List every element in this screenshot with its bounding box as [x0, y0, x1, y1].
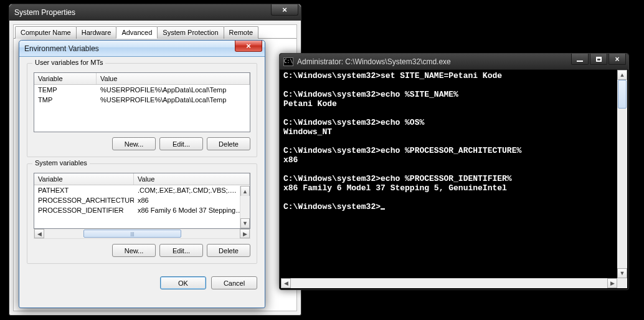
system-properties-close-button[interactable]: ×	[271, 4, 298, 16]
cmd-window: C:\ Administrator: C:\Windows\System32\c…	[279, 53, 629, 290]
user-variables-list[interactable]: Variable Value TEMP %USERPROFILE%\AppDat…	[34, 72, 250, 132]
list-row[interactable]: PROCESSOR_IDENTIFIER x86 Family 6 Model …	[34, 205, 250, 215]
window-controls: ×	[570, 54, 626, 65]
list-row[interactable]: TEMP %USERPROFILE%\AppData\Local\Temp	[34, 85, 250, 95]
close-icon: ×	[282, 5, 287, 14]
hscroll-track[interactable]	[291, 278, 607, 288]
button-label: Edit...	[173, 247, 190, 255]
system-delete-button[interactable]: Delete	[207, 244, 250, 257]
tab-computer-name[interactable]: Computer Name	[15, 26, 77, 39]
cell-val: x86 Family 6 Model 37 Stepping…	[134, 205, 250, 215]
scroll-corner	[617, 278, 627, 288]
system-list-hscroll[interactable]: ◀ ||| ▶	[34, 229, 250, 239]
cmd-text-area[interactable]: C:\Windows\system32>set SITE_NAME=Petani…	[281, 70, 617, 278]
maximize-icon	[596, 57, 602, 62]
tab-label: Hardware	[82, 29, 111, 36]
scroll-right-icon[interactable]: ▶	[240, 229, 250, 238]
system-variables-legend: System variables	[32, 159, 90, 167]
environment-variables-dialog: Environment Variables × User variables f…	[19, 40, 265, 308]
col-value[interactable]: Value	[97, 73, 250, 84]
cmd-icon-text: C:\	[284, 59, 293, 64]
scroll-grip-icon: |||	[130, 231, 134, 236]
col-variable[interactable]: Variable	[34, 73, 97, 84]
scroll-left-icon[interactable]: ◀	[34, 229, 44, 238]
minimize-button[interactable]	[571, 54, 589, 65]
env-body: User variables for MTs Variable Value TE…	[19, 57, 265, 276]
system-properties-tabs: Computer Name Hardware Advanced System P…	[14, 25, 296, 39]
cmd-client-area: C:\Windows\system32>set SITE_NAME=Petani…	[281, 70, 627, 288]
scroll-up-icon[interactable]: ▲	[240, 186, 250, 196]
button-label: Cancel	[224, 279, 245, 287]
scroll-left-icon[interactable]: ◀	[281, 278, 291, 288]
cell-var: PROCESSOR_IDENTIFIER	[34, 205, 134, 215]
user-new-button[interactable]: New...	[112, 137, 156, 150]
button-label: Delete	[219, 140, 239, 148]
button-label: New...	[125, 140, 144, 148]
scroll-up-icon[interactable]: ▲	[617, 70, 627, 80]
ok-button[interactable]: OK	[160, 276, 206, 289]
user-edit-button[interactable]: Edit...	[159, 137, 203, 150]
env-dialog-buttons: OK Cancel	[19, 276, 265, 296]
system-variables-buttons: New... Edit... Delete	[34, 244, 250, 257]
scroll-down-icon[interactable]: ▼	[240, 218, 250, 228]
tab-hardware[interactable]: Hardware	[76, 26, 117, 39]
vscroll-thumb[interactable]	[618, 80, 627, 109]
cell-var: PROCESSOR_ARCHITECTURE	[34, 195, 134, 205]
system-variables-group: System variables Variable Value PATHEXT …	[27, 163, 257, 264]
list-row[interactable]: TMP %USERPROFILE%\AppData\Local\Temp	[34, 95, 250, 105]
close-icon: ×	[246, 41, 251, 51]
system-edit-button[interactable]: Edit...	[159, 244, 203, 257]
cmd-icon: C:\	[283, 57, 293, 66]
button-label: New...	[125, 247, 144, 255]
scroll-down-icon[interactable]: ▼	[617, 268, 627, 278]
tab-label: Remote	[229, 29, 253, 36]
env-close-button[interactable]: ×	[235, 41, 262, 52]
system-properties-title: System Properties	[14, 8, 75, 17]
minimize-icon	[577, 61, 583, 62]
maximize-button[interactable]	[590, 54, 607, 65]
hscroll-track[interactable]: |||	[44, 229, 240, 238]
user-variables-buttons: New... Edit... Delete	[34, 137, 250, 150]
close-icon: ×	[615, 55, 619, 64]
tab-system-protection[interactable]: System Protection	[157, 26, 224, 39]
user-variables-group: User variables for MTs Variable Value TE…	[27, 63, 257, 157]
system-variables-list[interactable]: Variable Value PATHEXT .COM;.EXE;.BAT;.C…	[34, 173, 250, 229]
system-new-button[interactable]: New...	[112, 244, 156, 257]
tab-remote[interactable]: Remote	[224, 26, 259, 39]
tab-advanced[interactable]: Advanced	[116, 26, 158, 39]
env-title: Environment Variables	[24, 44, 99, 53]
cmd-titlebar[interactable]: C:\ Administrator: C:\Windows\System32\c…	[280, 54, 628, 70]
cmd-vscroll[interactable]: ▲ ▼	[617, 70, 627, 278]
tab-label: System Protection	[163, 29, 218, 36]
cmd-close-button[interactable]: ×	[608, 54, 626, 65]
cell-val: x86	[134, 195, 250, 205]
cmd-title: Administrator: C:\Windows\System32\cmd.e…	[297, 57, 451, 66]
hscroll-thumb[interactable]: |||	[83, 230, 181, 238]
button-label: Delete	[219, 247, 239, 255]
button-label: OK	[178, 279, 188, 287]
col-variable[interactable]: Variable	[34, 173, 134, 185]
list-header: Variable Value	[34, 173, 250, 185]
system-list-vscroll[interactable]: ▲ ▼	[240, 186, 250, 228]
list-header: Variable Value	[34, 73, 250, 85]
button-label: Edit...	[173, 140, 190, 148]
list-row[interactable]: PATHEXT .COM;.EXE;.BAT;.CMD;.VBS;.…	[34, 185, 250, 195]
system-properties-titlebar[interactable]: System Properties ×	[9, 4, 301, 21]
cell-var: TMP	[34, 95, 97, 105]
cancel-button[interactable]: Cancel	[211, 276, 257, 289]
cmd-hscroll[interactable]: ◀ ▶	[281, 278, 617, 288]
cursor	[381, 208, 385, 210]
user-delete-button[interactable]: Delete	[207, 137, 250, 150]
tab-label: Advanced	[121, 29, 152, 36]
cell-val: %USERPROFILE%\AppData\Local\Temp	[97, 95, 250, 105]
scroll-right-icon[interactable]: ▶	[607, 278, 617, 288]
col-value[interactable]: Value	[134, 173, 250, 185]
cell-var: TEMP	[34, 85, 97, 95]
cell-var: PATHEXT	[34, 185, 134, 195]
cell-val: .COM;.EXE;.BAT;.CMD;.VBS;.…	[134, 185, 250, 195]
list-row[interactable]: PROCESSOR_ARCHITECTURE x86	[34, 195, 250, 205]
tab-label: Computer Name	[21, 29, 71, 36]
user-variables-legend: User variables for MTs	[32, 59, 105, 66]
env-titlebar[interactable]: Environment Variables ×	[19, 41, 265, 57]
cell-val: %USERPROFILE%\AppData\Local\Temp	[97, 85, 250, 95]
